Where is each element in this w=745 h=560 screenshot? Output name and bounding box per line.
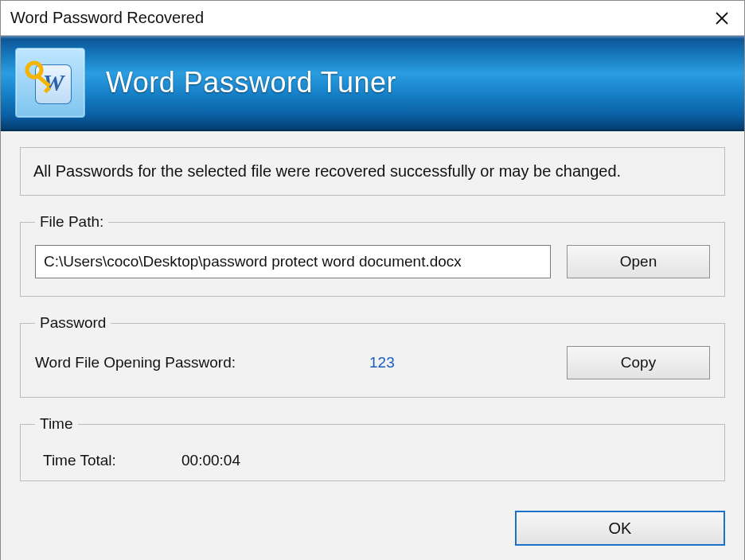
file-path-group: File Path: Open bbox=[20, 213, 725, 297]
password-group: Password Word File Opening Password: 123… bbox=[20, 314, 725, 398]
app-icon: W bbox=[15, 48, 85, 118]
close-button[interactable] bbox=[700, 1, 744, 36]
open-button[interactable]: Open bbox=[567, 245, 710, 278]
app-banner: W Word Password Tuner bbox=[1, 36, 744, 131]
file-path-legend: File Path: bbox=[35, 213, 108, 231]
app-title: Word Password Tuner bbox=[106, 66, 396, 99]
window-title: Word Password Recovered bbox=[10, 9, 204, 27]
status-message: All Passwords for the selected file were… bbox=[20, 147, 725, 196]
password-legend: Password bbox=[35, 314, 111, 332]
close-icon bbox=[715, 11, 729, 25]
titlebar: Word Password Recovered bbox=[1, 1, 744, 36]
time-total-value: 00:00:04 bbox=[181, 452, 240, 469]
copy-button[interactable]: Copy bbox=[567, 346, 710, 379]
content-area: All Passwords for the selected file were… bbox=[1, 131, 744, 560]
password-value: 123 bbox=[298, 354, 567, 371]
time-legend: Time bbox=[35, 415, 78, 433]
ok-button[interactable]: OK bbox=[515, 511, 725, 546]
time-total-label: Time Total: bbox=[38, 452, 181, 469]
dialog-window: Word Password Recovered W bbox=[0, 0, 745, 560]
time-group: Time Time Total: 00:00:04 bbox=[20, 415, 725, 481]
file-path-input[interactable] bbox=[35, 245, 551, 278]
password-label: Word File Opening Password: bbox=[35, 354, 298, 371]
word-key-icon: W bbox=[21, 54, 79, 111]
